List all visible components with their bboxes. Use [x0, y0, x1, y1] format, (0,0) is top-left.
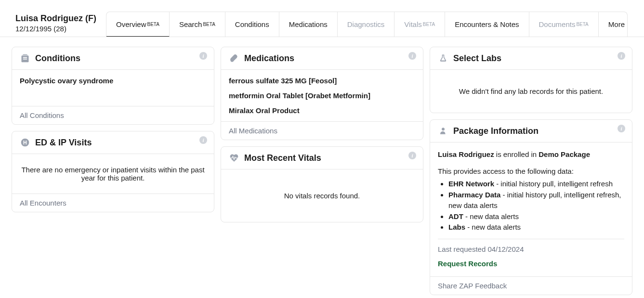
tab-search-label: Search [179, 20, 202, 28]
package-item-name: EHR Network [448, 180, 494, 188]
medications-card: Medications i ferrous sulfate 325 MG [Fe… [221, 47, 423, 140]
ed-ip-empty-text: There are no emergency or inpatient visi… [12, 154, 214, 194]
vitals-title: Most Recent Vitals [244, 153, 321, 163]
package-intro-mid: is enrolled in [494, 150, 539, 158]
medication-item[interactable]: ferrous sulfate 325 MG [Feosol] [229, 77, 415, 85]
condition-item[interactable]: Polycystic ovary syndrome [20, 77, 206, 85]
vitals-card: Most Recent Vitals i No vitals records f… [221, 146, 423, 222]
flask-icon [438, 53, 448, 64]
svg-text:H: H [23, 140, 27, 145]
hospital-icon: H [20, 137, 30, 148]
all-medications-link[interactable]: All Medications [221, 121, 423, 140]
labs-title: Select Labs [453, 53, 501, 64]
tab-overview-label: Overview [116, 20, 146, 28]
package-list-item: Labs - new data alerts [448, 222, 624, 233]
package-name: Demo Package [539, 150, 590, 158]
content-grid: Conditions i Polycystic ovary syndrome A… [0, 37, 644, 298]
column-3: Select Labs i We didn't find any lab rec… [430, 47, 632, 295]
ed-ip-title: ED & IP Visits [35, 138, 92, 148]
person-icon [438, 126, 448, 136]
svg-point-3 [442, 128, 445, 130]
info-icon[interactable]: i [618, 52, 625, 60]
info-icon[interactable]: i [408, 152, 416, 159]
clipboard-icon [20, 53, 30, 64]
tab-conditions-label: Conditions [235, 20, 269, 28]
tab-documents-label: Documents [539, 20, 576, 28]
beta-badge: BETA [203, 22, 215, 27]
ed-ip-card-header: H ED & IP Visits i [12, 131, 214, 154]
medications-card-header: Medications i [221, 47, 423, 70]
package-card: Package Information i Luisa Rodriguez is… [430, 119, 632, 295]
beta-badge: BETA [576, 22, 588, 27]
tab-medications[interactable]: Medications [279, 12, 338, 37]
patient-name: Luisa Rodriguez (F) [15, 13, 96, 24]
package-item-name: ADT [448, 212, 463, 220]
column-2: Medications i ferrous sulfate 325 MG [Fe… [221, 47, 423, 295]
tab-overview[interactable]: OverviewBETA [106, 12, 170, 37]
tab-more[interactable]: More [599, 12, 628, 37]
share-zap-feedback-link[interactable]: Share ZAP Feedback [430, 276, 632, 295]
tab-medications-label: Medications [289, 20, 328, 28]
package-card-header: Package Information i [430, 120, 632, 143]
package-last-requested: Last requested 04/12/2024 [438, 239, 624, 255]
package-item-desc: - new data alerts [465, 223, 521, 231]
all-conditions-link[interactable]: All Conditions [12, 106, 214, 124]
package-item-desc: - initial history pull, intelligent refr… [494, 180, 613, 188]
package-patient-name: Luisa Rodriguez [438, 150, 494, 158]
package-title: Package Information [453, 126, 539, 136]
package-item-desc: - new data alerts [463, 212, 519, 220]
labs-card-header: Select Labs i [430, 47, 632, 70]
labs-card: Select Labs i We didn't find any lab rec… [430, 47, 632, 113]
heartbeat-icon [229, 153, 239, 163]
package-list-item: Pharmacy Data - initial history pull, in… [448, 190, 624, 211]
medication-item[interactable]: metformin Oral Tablet [Orabet Metformin] [229, 91, 415, 100]
package-item-name: Pharmacy Data [448, 191, 500, 199]
request-records-link[interactable]: Request Records [438, 259, 624, 270]
info-icon[interactable]: i [199, 52, 207, 60]
tab-vitals-label: Vitals [404, 20, 421, 28]
header: Luisa Rodriguez (F) 12/12/1995 (28) Over… [0, 0, 644, 37]
svg-point-2 [231, 59, 234, 62]
package-body: Luisa Rodriguez is enrolled in Demo Pack… [430, 143, 632, 276]
labs-empty-text: We didn't find any lab records for this … [430, 70, 632, 113]
package-list-item: EHR Network - initial history pull, inte… [448, 179, 624, 190]
conditions-card: Conditions i Polycystic ovary syndrome A… [12, 47, 214, 125]
patient-info: Luisa Rodriguez (F) 12/12/1995 (28) [0, 0, 106, 33]
tab-vitals[interactable]: VitalsBETA [394, 12, 445, 37]
package-intro: Luisa Rodriguez is enrolled in Demo Pack… [438, 149, 624, 160]
medications-title: Medications [244, 53, 294, 64]
medications-body: ferrous sulfate 325 MG [Feosol] metformi… [221, 70, 423, 121]
column-1: Conditions i Polycystic ovary syndrome A… [12, 47, 214, 295]
vitals-empty-text: No vitals records found. [221, 169, 423, 222]
vitals-card-header: Most Recent Vitals i [221, 147, 423, 169]
tab-more-label: More [608, 20, 625, 28]
info-icon[interactable]: i [618, 125, 625, 132]
package-data-list: EHR Network - initial history pull, inte… [438, 179, 624, 233]
medication-item[interactable]: Miralax Oral Product [229, 106, 415, 115]
conditions-title: Conditions [35, 53, 80, 64]
tab-conditions[interactable]: Conditions [225, 12, 279, 37]
info-icon[interactable]: i [408, 52, 416, 60]
tab-diagnostics-label: Diagnostics [347, 20, 385, 28]
tab-encounters-label: Encounters & Notes [455, 20, 519, 28]
all-encounters-link[interactable]: All Encounters [12, 194, 214, 212]
ed-ip-card: H ED & IP Visits i There are no emergenc… [12, 131, 214, 212]
tab-search[interactable]: SearchBETA [170, 12, 225, 37]
package-list-item: ADT - new data alerts [448, 211, 624, 222]
package-item-name: Labs [448, 223, 465, 231]
info-icon[interactable]: i [199, 136, 207, 144]
patient-dob-age: 12/12/1995 (28) [15, 25, 96, 33]
beta-badge: BETA [423, 22, 435, 27]
tab-documents[interactable]: DocumentsBETA [529, 12, 599, 37]
conditions-body: Polycystic ovary syndrome [12, 70, 214, 106]
conditions-card-header: Conditions i [12, 47, 214, 70]
beta-badge: BETA [147, 22, 159, 27]
tabs: OverviewBETA SearchBETA Conditions Medic… [106, 12, 628, 37]
pills-icon [229, 53, 239, 64]
tab-encounters-notes[interactable]: Encounters & Notes [445, 12, 529, 37]
package-access-text: This provides access to the following da… [438, 166, 624, 177]
tab-diagnostics[interactable]: Diagnostics [338, 12, 395, 37]
